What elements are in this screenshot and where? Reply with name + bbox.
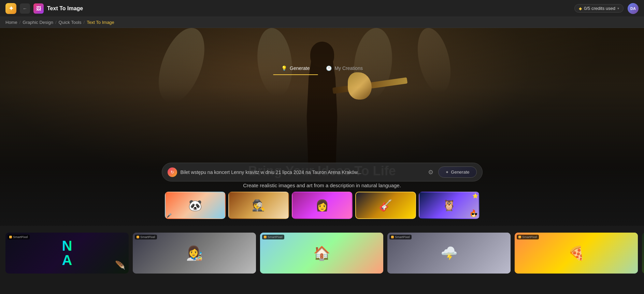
- woman-emoji: 👩: [315, 199, 329, 212]
- chevron-down-icon: ▾: [617, 6, 619, 10]
- thumb-concert-inner: 🎸 🎤: [356, 192, 415, 218]
- star-emoji: ⭐: [472, 193, 478, 199]
- tabs-container: 💡 Generate 🕐 My Creations: [273, 62, 371, 75]
- gallery-card-6[interactable]: SmartPixel 🦜: [642, 233, 644, 274]
- badge-logo-3: [264, 236, 267, 238]
- generate-button[interactable]: ✦ Generate: [438, 166, 476, 178]
- gallery-card-4-inner: SmartPixel 🌩️: [387, 233, 511, 274]
- gallery-card-5[interactable]: SmartPixel 🍕: [515, 233, 638, 274]
- hero-subtitle: Create realistic images and art from a d…: [0, 182, 644, 188]
- na-text: NA: [62, 239, 72, 267]
- thumbnail-strip: 🐼 🔥 🕵️ 👩 🕶️ 🎸 🎤: [165, 192, 480, 219]
- badge-logo-2: [137, 236, 139, 238]
- thumb-woman-inner: 👩 🕶️: [292, 192, 352, 218]
- thumb-men-inner: 🕵️: [229, 192, 288, 218]
- breadcrumb-sep-3: /: [84, 20, 85, 25]
- badge-logo-4: [391, 236, 394, 238]
- header-right: ◆ 0/5 credits used ▾ DA: [574, 3, 639, 14]
- breadcrumb-quick-tools[interactable]: Quick Tools: [59, 20, 82, 25]
- breadcrumb-text-to-image[interactable]: Text To Image: [87, 20, 114, 25]
- gallery-card-1[interactable]: SmartPixel NA 🪶: [5, 233, 129, 274]
- sparkle-icon: ✦: [445, 170, 449, 175]
- badge-text-3: SmartPixel: [268, 235, 283, 239]
- thumb-concert[interactable]: 🎸 🎤: [355, 192, 416, 219]
- panda-emoji: 🐼: [188, 199, 202, 212]
- thumb-panda-inner: 🐼 🔥: [166, 192, 225, 218]
- generate-btn-label: Generate: [451, 170, 469, 175]
- men-emoji: 🕵️: [252, 199, 266, 212]
- back-icon: ←: [23, 6, 27, 11]
- avatar-initials: DA: [630, 6, 636, 11]
- pizza-emoji: 🍕: [568, 245, 585, 261]
- badge-logo-5: [518, 236, 521, 238]
- badge-logo-1: [9, 236, 12, 238]
- badge-text-4: SmartPixel: [395, 235, 410, 239]
- gallery-card-5-inner: SmartPixel 🍕: [515, 233, 638, 274]
- gallery-card-2[interactable]: SmartPixel 👩‍🎨: [133, 233, 256, 274]
- avatar[interactable]: DA: [628, 3, 639, 14]
- thumb-panda[interactable]: 🐼 🔥: [165, 192, 226, 219]
- credits-count: 0/5 credits used: [584, 6, 615, 11]
- badge-text-1: SmartPixel: [13, 235, 28, 239]
- header-title: Text To Image: [47, 5, 83, 12]
- gallery-section: SmartPixel NA 🪶 SmartPixel 👩‍🎨 SmartPixe…: [0, 226, 644, 280]
- badge-text-2: SmartPixel: [140, 235, 155, 239]
- page-icon: 🖼: [33, 3, 44, 14]
- spinner-symbol: ↻: [171, 170, 174, 175]
- search-input[interactable]: [181, 170, 424, 175]
- breadcrumb-home[interactable]: Home: [5, 20, 17, 25]
- gallery-badge-4: SmartPixel: [389, 235, 412, 239]
- gallery-card-3-inner: SmartPixel 🏠: [260, 233, 383, 274]
- portrait-emoji: 👩‍🎨: [186, 245, 203, 261]
- tab-generate[interactable]: 💡 Generate: [273, 62, 318, 75]
- feather-emoji: 🪶: [115, 261, 125, 270]
- breadcrumb: Home / Graphic Design / Quick Tools / Te…: [0, 17, 644, 28]
- gallery-card-1-inner: SmartPixel NA 🪶: [5, 233, 129, 274]
- search-container: ↻ ⚙ ✦ Generate: [162, 163, 483, 181]
- gallery-card-6-inner: SmartPixel 🦜: [642, 233, 644, 274]
- tab-my-creations[interactable]: 🕐 My Creations: [318, 62, 371, 75]
- diamond-icon: ◆: [579, 6, 582, 11]
- guitar-emoji: 🎸: [379, 199, 392, 212]
- gallery-card-3[interactable]: SmartPixel 🏠: [260, 233, 383, 274]
- search-bar: ↻ ⚙ ✦ Generate: [162, 163, 483, 181]
- gallery-card-2-inner: SmartPixel 👩‍🎨: [133, 233, 256, 274]
- gallery-badge-5: SmartPixel: [517, 235, 539, 239]
- gallery-badge-2: SmartPixel: [135, 235, 157, 239]
- generate-tab-icon: 💡: [281, 65, 287, 71]
- gallery-badge-3: SmartPixel: [262, 235, 284, 239]
- back-button[interactable]: ←: [20, 3, 30, 14]
- app-logo[interactable]: ✦: [5, 3, 16, 14]
- logo-symbol: ✦: [9, 5, 14, 12]
- breadcrumb-sep-2: /: [55, 20, 57, 25]
- breadcrumb-sep-1: /: [19, 20, 21, 25]
- owl-emoji: 🦉: [442, 199, 456, 212]
- thumb-woman[interactable]: 👩 🕶️: [292, 192, 353, 219]
- hero-section: 💡 Generate 🕐 My Creations Bring Your Ide…: [0, 28, 644, 226]
- header: ✦ ← 🖼 Text To Image ◆ 0/5 credits used ▾…: [0, 0, 644, 17]
- search-spinner-icon: ↻: [168, 167, 177, 177]
- house-emoji: 🏠: [313, 245, 330, 261]
- gallery-card-4[interactable]: SmartPixel 🌩️: [387, 233, 511, 274]
- tab-creations-label: My Creations: [334, 65, 362, 71]
- badge-text-5: SmartPixel: [522, 235, 537, 239]
- tab-generate-label: Generate: [290, 65, 310, 71]
- credits-badge[interactable]: ◆ 0/5 credits used ▾: [574, 4, 624, 13]
- gallery-badge-1: SmartPixel: [8, 235, 30, 239]
- header-left: ✦ ← 🖼 Text To Image: [5, 3, 574, 14]
- thumb-men[interactable]: 🕵️: [228, 192, 289, 219]
- creations-tab-icon: 🕐: [326, 65, 332, 71]
- breadcrumb-graphic-design[interactable]: Graphic Design: [23, 20, 53, 25]
- storm-emoji: 🌩️: [441, 245, 458, 261]
- settings-icon[interactable]: ⚙: [427, 167, 435, 177]
